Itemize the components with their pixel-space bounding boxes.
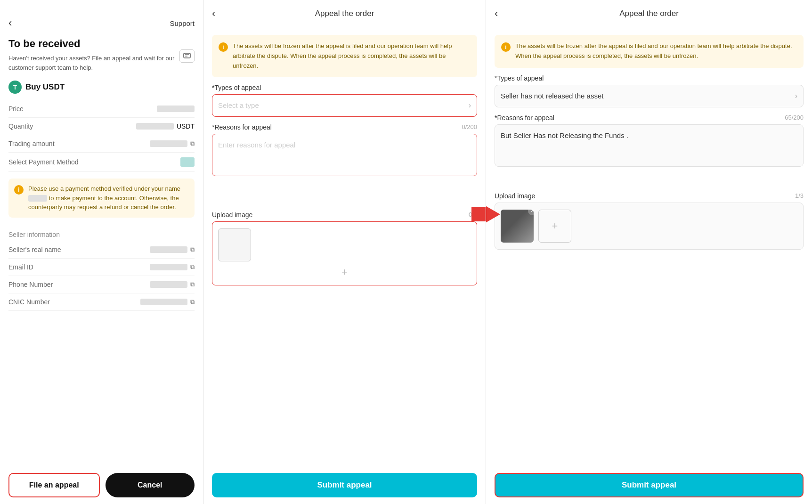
- reasons-placeholder-2: Enter reasons for appeal: [218, 141, 471, 169]
- payment-method-row: Select Payment Method: [8, 153, 195, 172]
- appeal-warning-icon-3: i: [501, 42, 511, 52]
- cnic-value: ⧉: [140, 298, 195, 306]
- reasons-section-3: *Reasons for appeal 65/200 But Seller Ha…: [495, 114, 804, 167]
- price-value: [157, 106, 195, 112]
- support-link[interactable]: Support: [170, 19, 195, 27]
- trading-amount-value: ⧉: [150, 140, 195, 147]
- appeal-title-3: Appeal the order: [619, 9, 679, 18]
- email-row: Email ID ⧉: [8, 259, 195, 276]
- appeal-warning-3: i The assets will be frozen after the ap…: [495, 35, 804, 68]
- price-label: Price: [8, 105, 24, 113]
- upload-section-2: Upload image 0/3 +: [212, 211, 477, 285]
- appeal-warning-2: i The assets will be frozen after the ap…: [212, 35, 477, 77]
- cnic-label: CNIC Number: [8, 298, 50, 306]
- payment-method-label: Select Payment Method: [8, 158, 79, 166]
- nav-header-1: ‹ Support: [8, 9, 195, 34]
- sellers-name-label: Seller's real name: [8, 246, 61, 253]
- upload-counter-2: 0/3: [469, 211, 477, 219]
- reasons-value-3: But Seller Has not Releasing the Funds .: [501, 131, 797, 160]
- quantity-label: Quantity: [8, 122, 33, 130]
- coin-icon: T: [8, 81, 22, 94]
- bottom-actions: File an appeal Cancel: [0, 466, 203, 504]
- back-button-1[interactable]: ‹: [8, 17, 12, 29]
- upload-section-3: Upload image 1/3 ✕ +: [495, 192, 804, 250]
- types-select-3[interactable]: Seller has not released the asset ›: [495, 85, 804, 107]
- upload-counter-3: 1/3: [795, 192, 804, 200]
- back-button-3[interactable]: ‹: [495, 8, 498, 20]
- types-chevron-2: ›: [469, 101, 471, 110]
- trading-amount-row: Trading amount ⧉: [8, 135, 195, 153]
- copy-icon-name[interactable]: ⧉: [190, 246, 195, 253]
- page-subtitle: Haven't received your assets? File an ap…: [8, 54, 195, 72]
- page-title: To be received: [8, 38, 195, 50]
- appeal-warning-text-3: The assets will be frozen after the appe…: [515, 41, 797, 61]
- upload-thumb-3: ✕: [501, 210, 534, 243]
- upload-add-3[interactable]: +: [538, 210, 571, 243]
- seller-info-label: Seller information: [8, 231, 195, 238]
- warning-icon: i: [14, 185, 24, 195]
- panel-to-be-received: ‹ Support To be received Haven't receive…: [0, 0, 203, 504]
- coin-section: T Buy USDT: [8, 81, 195, 94]
- upload-box-3[interactable]: ✕ +: [495, 203, 804, 250]
- types-placeholder-2: Select a type: [218, 101, 259, 109]
- appeal-warning-icon-2: i: [219, 42, 228, 52]
- svg-rect-0: [184, 53, 190, 58]
- reasons-textarea-2[interactable]: Enter reasons for appeal: [212, 134, 477, 176]
- panel-3-bottom: Submit appeal: [486, 466, 812, 504]
- types-label-2: *Types of appeal: [212, 84, 477, 91]
- trading-amount-label: Trading amount: [8, 140, 55, 147]
- coin-label: Buy USDT: [25, 82, 65, 92]
- upload-plus-icon-2[interactable]: +: [218, 264, 471, 278]
- email-value: ⧉: [150, 263, 195, 271]
- upload-image-3: [501, 210, 534, 243]
- submit-appeal-button-3[interactable]: Submit appeal: [495, 473, 804, 497]
- types-chevron-3: ›: [795, 92, 797, 100]
- submit-appeal-button-2[interactable]: Submit appeal: [212, 473, 477, 497]
- types-select-2[interactable]: Select a type ›: [212, 94, 477, 117]
- copy-icon-email[interactable]: ⧉: [190, 263, 195, 271]
- reasons-section-2: *Reasons for appeal 0/200 Enter reasons …: [212, 123, 477, 176]
- price-row: Price: [8, 100, 195, 118]
- copy-icon-cnic[interactable]: ⧉: [190, 298, 195, 306]
- quantity-value: USDT: [136, 122, 195, 130]
- types-label-3: *Types of appeal: [495, 74, 804, 82]
- phone-label: Phone Number: [8, 281, 53, 288]
- reasons-textarea-3[interactable]: But Seller Has not Releasing the Funds .: [495, 124, 804, 167]
- reasons-counter-2: 0/200: [462, 123, 477, 131]
- copy-icon-phone[interactable]: ⧉: [190, 281, 195, 288]
- appeal-title-2: Appeal the order: [315, 9, 374, 18]
- phone-value: ⧉: [150, 281, 195, 288]
- nav-header-3: ‹ Appeal the order: [495, 0, 804, 24]
- cnic-row: CNIC Number ⧉: [8, 293, 195, 311]
- payment-warning: i Please use a payment method verified u…: [8, 179, 195, 218]
- payment-method-value: [180, 157, 195, 167]
- email-label: Email ID: [8, 263, 33, 271]
- upload-add-placeholder-2: [218, 228, 251, 261]
- panel-appeal-filled: ‹ Appeal the order i The assets will be …: [486, 0, 812, 504]
- appeal-type-section-3: *Types of appeal Seller has not released…: [495, 74, 804, 107]
- cancel-button[interactable]: Cancel: [106, 473, 195, 497]
- panel-appeal-empty: ‹ Appeal the order i The assets will be …: [203, 0, 486, 504]
- nav-header-2: ‹ Appeal the order: [212, 0, 477, 24]
- upload-label-3: Upload image 1/3: [495, 192, 804, 200]
- reasons-counter-3: 65/200: [785, 114, 804, 122]
- panel-2-bottom: Submit appeal: [203, 466, 486, 504]
- copy-icon-trading[interactable]: ⧉: [190, 140, 195, 147]
- reasons-label-2: *Reasons for appeal 0/200: [212, 123, 477, 131]
- sellers-name-row: Seller's real name ⧉: [8, 241, 195, 259]
- upload-label-2: Upload image 0/3: [212, 211, 477, 219]
- back-button-2[interactable]: ‹: [212, 8, 215, 20]
- chat-icon[interactable]: [179, 49, 195, 63]
- file-appeal-button[interactable]: File an appeal: [8, 473, 100, 497]
- sellers-name-value: ⧉: [150, 246, 195, 253]
- reasons-label-3: *Reasons for appeal 65/200: [495, 114, 804, 122]
- types-value-3: Seller has not released the asset: [501, 92, 603, 100]
- appeal-type-section: *Types of appeal Select a type ›: [212, 84, 477, 117]
- quantity-row: Quantity USDT: [8, 118, 195, 135]
- upload-box-2[interactable]: +: [212, 221, 477, 285]
- phone-row: Phone Number ⧉: [8, 276, 195, 293]
- appeal-warning-text-2: The assets will be frozen after the appe…: [233, 41, 471, 71]
- warning-text: Please use a payment method verified und…: [28, 184, 189, 212]
